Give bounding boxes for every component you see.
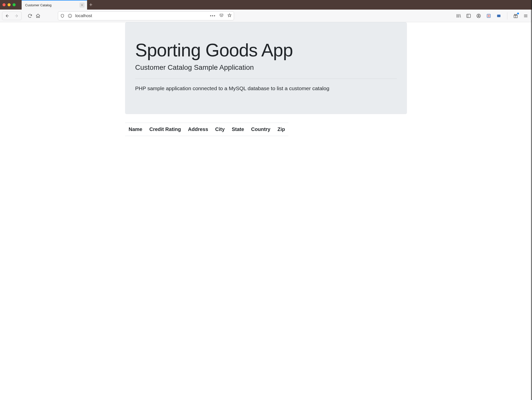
window-minimize-button[interactable] <box>8 3 11 6</box>
customer-table: Name Credit Rating Address City State Co… <box>125 123 288 136</box>
tracking-protection-icon[interactable] <box>60 13 65 19</box>
col-city: City <box>212 123 228 136</box>
svg-point-3 <box>478 15 479 16</box>
account-icon[interactable] <box>476 13 481 19</box>
forward-button[interactable] <box>13 13 20 19</box>
address-bar[interactable]: ••• <box>58 11 234 20</box>
svg-rect-1 <box>467 14 471 17</box>
window-controls <box>3 0 22 10</box>
toolbar-right-group <box>456 12 530 19</box>
page-description: PHP sample application connected to a My… <box>135 85 397 91</box>
nav-back-forward-group <box>2 12 22 20</box>
window-right-edge <box>531 0 532 400</box>
col-country: Country <box>248 123 274 136</box>
sidebar-icon[interactable] <box>466 13 471 19</box>
url-input[interactable] <box>75 13 207 18</box>
col-zip: Zip <box>274 123 288 136</box>
table-header-row: Name Credit Rating Address City State Co… <box>125 123 288 136</box>
page-subtitle: Customer Catalog Sample Application <box>135 63 397 72</box>
col-credit-rating: Credit Rating <box>146 123 184 136</box>
browser-toolbar: ••• <box>0 10 532 22</box>
extension-icon-2[interactable] <box>496 13 502 19</box>
app-menu-icon[interactable] <box>523 13 528 19</box>
library-icon[interactable] <box>456 13 461 19</box>
jumbotron-divider <box>135 79 397 79</box>
col-address: Address <box>184 123 212 136</box>
col-state: State <box>228 123 248 136</box>
window-zoom-button[interactable] <box>13 3 16 6</box>
page-viewport[interactable]: Sporting Goods App Customer Catalog Samp… <box>0 22 532 400</box>
jumbotron: Sporting Goods App Customer Catalog Samp… <box>125 22 407 114</box>
page-actions-button[interactable]: ••• <box>210 14 216 18</box>
browser-tab-active[interactable]: Customer Catalog <box>22 0 87 10</box>
site-info-icon[interactable] <box>68 13 72 19</box>
whats-new-icon[interactable] <box>513 13 518 19</box>
reload-button[interactable] <box>27 13 33 19</box>
bookmark-star-icon[interactable] <box>227 13 232 19</box>
page-content: Sporting Goods App Customer Catalog Samp… <box>125 22 407 136</box>
col-name: Name <box>125 123 146 136</box>
new-tab-button[interactable]: + <box>87 0 95 10</box>
back-button[interactable] <box>4 13 10 19</box>
pocket-icon[interactable] <box>219 13 224 19</box>
home-button[interactable] <box>35 13 41 19</box>
svg-rect-5 <box>497 15 500 17</box>
browser-tabstrip: Customer Catalog + <box>0 0 532 10</box>
extension-icon-1[interactable] <box>486 13 491 19</box>
tab-title: Customer Catalog <box>25 3 77 7</box>
tab-close-button[interactable] <box>80 3 85 8</box>
window-close-button[interactable] <box>3 3 6 6</box>
page-title: Sporting Goods App <box>135 40 397 60</box>
toolbar-separator <box>507 12 507 19</box>
urlbar-actions: ••• <box>210 13 232 19</box>
